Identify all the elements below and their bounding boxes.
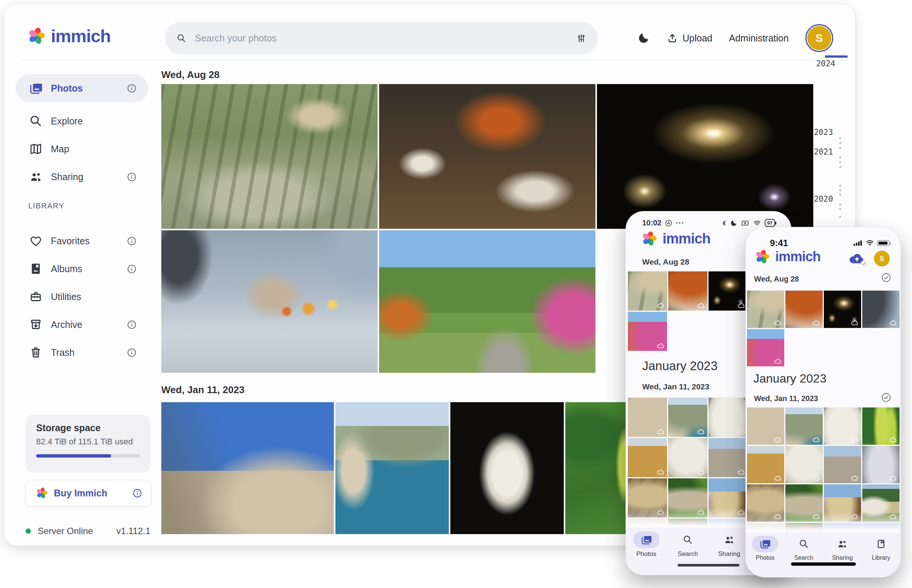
people-icon [716, 531, 743, 548]
theme-toggle-button[interactable] [637, 32, 650, 44]
photo-thumbnail[interactable] [862, 485, 899, 522]
sidebar-item-photos[interactable]: Photos [15, 74, 148, 102]
photo-thumbnail[interactable] [161, 230, 378, 373]
cloud-backed-up-icon [812, 514, 820, 519]
timeline-year-2021[interactable]: 2021 [809, 147, 838, 157]
photo-thumbnail[interactable] [336, 402, 449, 534]
photo-thumbnail[interactable] [862, 523, 899, 533]
buy-immich-button[interactable]: Buy Immich [26, 480, 151, 506]
photo-thumbnail[interactable] [668, 519, 707, 529]
photo-thumbnail[interactable] [785, 446, 823, 483]
photo-thumbnail[interactable] [668, 271, 707, 310]
nav-photos[interactable]: Photos [746, 536, 784, 561]
photo-thumbnail[interactable] [785, 291, 823, 328]
photo-thumbnail[interactable] [709, 438, 748, 477]
photo-thumbnail[interactable] [379, 84, 596, 229]
search-input[interactable] [194, 32, 569, 44]
filter-tune-icon[interactable] [576, 33, 586, 44]
sidebar-item-sharing[interactable]: Sharing [15, 163, 148, 191]
user-avatar[interactable]: S [805, 24, 833, 52]
timeline-year-2020[interactable]: 2020 [809, 194, 838, 204]
photo-thumbnail[interactable] [824, 446, 861, 483]
timeline-dot [839, 194, 841, 195]
photo-thumbnail[interactable] [709, 478, 748, 517]
select-day-check-icon[interactable] [881, 273, 891, 283]
sidebar-item-explore[interactable]: Explore [15, 107, 148, 135]
photo-thumbnail[interactable] [628, 397, 667, 437]
photo-thumbnail[interactable] [862, 407, 899, 445]
photo-thumbnail[interactable] [628, 271, 667, 310]
photo-thumbnail[interactable] [668, 397, 707, 437]
photo-thumbnail[interactable] [450, 402, 564, 534]
ios-phone-mockup: 9:41 immich [746, 227, 901, 577]
nav-sharing[interactable]: Sharing [709, 531, 750, 558]
nav-photos[interactable]: Photos [626, 531, 667, 558]
nav-search[interactable]: Search [667, 531, 709, 558]
search-bar[interactable] [165, 22, 598, 54]
nav-label: Photos [755, 554, 775, 561]
photo-thumbnail[interactable] [628, 519, 667, 529]
photo-thumbnail[interactable] [747, 485, 784, 522]
timeline-dot [839, 204, 841, 205]
photo-thumbnail[interactable] [709, 397, 748, 437]
sidebar-item-trash[interactable]: Trash [15, 338, 148, 367]
info-icon[interactable] [127, 320, 137, 330]
photo-thumbnail[interactable] [747, 407, 784, 445]
sidebar-item-favorites[interactable]: Favorites [15, 227, 148, 255]
info-icon[interactable] [127, 264, 137, 274]
info-icon[interactable] [127, 236, 137, 246]
info-icon[interactable] [132, 488, 142, 498]
cloud-backed-up-icon [657, 342, 665, 349]
photo-thumbnail[interactable] [161, 402, 334, 534]
photo-thumbnail[interactable] [824, 407, 861, 445]
photo-thumbnail[interactable] [161, 84, 378, 229]
photo-thumbnail[interactable] [668, 438, 707, 477]
photo-thumbnail[interactable] [628, 312, 667, 351]
info-icon[interactable] [127, 347, 137, 358]
photo-thumbnail[interactable] [747, 446, 784, 483]
home-indicator[interactable] [678, 564, 739, 567]
photo-thumbnail[interactable] [862, 291, 899, 328]
nav-search[interactable]: Search [784, 536, 823, 561]
photo-thumbnail[interactable] [747, 523, 784, 533]
user-avatar[interactable]: S [874, 250, 890, 267]
info-icon[interactable] [127, 172, 137, 182]
photo-thumbnail[interactable] [824, 523, 861, 533]
timeline-scrubber-indicator[interactable] [825, 55, 847, 58]
photo-thumbnail[interactable] [628, 438, 667, 477]
photo-thumbnail[interactable] [747, 291, 784, 328]
upload-button[interactable]: Upload [667, 32, 712, 44]
sidebar-item-map[interactable]: Map [15, 135, 148, 163]
battery-percent: 97 [765, 219, 775, 227]
nav-library[interactable]: Library [862, 536, 901, 561]
sidebar-item-archive[interactable]: Archive [15, 310, 148, 338]
search-icon [791, 536, 817, 552]
photo-thumbnail[interactable] [628, 478, 667, 517]
photo-thumbnail[interactable] [785, 407, 823, 445]
cloud-sync-button[interactable]: ✓ [848, 250, 866, 266]
timeline-year-2024[interactable]: 2024 [810, 59, 841, 68]
sidebar-item-albums[interactable]: Albums [15, 255, 148, 283]
photo-thumbnail[interactable] [785, 485, 823, 522]
photo-thumbnail[interactable] [747, 329, 784, 367]
photo-thumbnail[interactable] [824, 485, 861, 522]
nav-sharing[interactable]: Sharing [823, 536, 862, 561]
photo-thumbnail[interactable] [785, 523, 823, 533]
select-day-check-icon[interactable] [881, 393, 891, 402]
timeline-dot [839, 185, 841, 187]
photo-thumbnail[interactable] [709, 271, 748, 310]
cloud-backed-up-icon [774, 358, 782, 364]
home-indicator[interactable] [791, 562, 856, 566]
photo-thumbnail[interactable] [379, 230, 596, 373]
photo-thumbnail[interactable] [709, 519, 748, 529]
sidebar-item-utilities[interactable]: Utilities [15, 283, 148, 310]
photo-thumbnail[interactable] [668, 478, 707, 517]
info-icon[interactable] [127, 83, 137, 94]
timeline-year-2023[interactable]: 2023 [809, 128, 838, 137]
heart-icon [29, 234, 43, 248]
search-icon [176, 33, 187, 44]
photo-thumbnail[interactable] [862, 446, 899, 483]
photo-thumbnail[interactable] [597, 84, 813, 229]
photo-thumbnail[interactable] [824, 291, 861, 328]
administration-link[interactable]: Administration [729, 33, 788, 44]
